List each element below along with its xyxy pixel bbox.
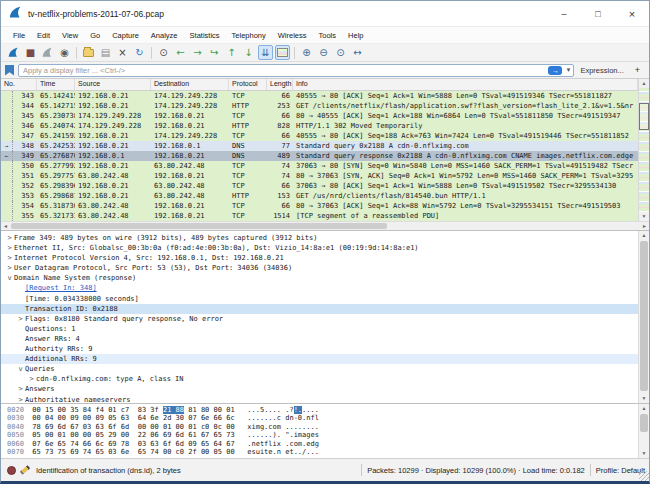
restart-capture-icon[interactable] [40,45,55,60]
packet-row-352[interactable]: 352 65.298396 192.168.0.21 63.80.242.48 … [1,181,638,191]
packet-row-353[interactable]: 353 65.298687 192.168.0.21 63.80.242.48 … [1,191,638,201]
detail-row[interactable]: >cdn-0.nflximg.com: type A, class IN [1,374,638,384]
column-header-protocol[interactable]: Protocol [229,79,267,90]
expander-icon[interactable]: > [27,374,36,384]
column-header-destination[interactable]: Destination [151,79,229,90]
hex-row[interactable]: 0070 65 73 75 69 74 65 03 6e 65 74 00 c0… [7,448,638,456]
expression-button[interactable]: Expression... [578,66,625,75]
scrollbar-thumb[interactable] [640,241,648,391]
detail-row[interactable]: Answer RRs: 4 [1,334,638,344]
packet-row-347[interactable]: 347 65.241592 192.168.0.21 174.129.249.2… [1,131,638,141]
expander-icon[interactable]: > [5,233,14,243]
menu-item-wireless[interactable]: Wireless [272,29,313,42]
hscrollbar-thumb[interactable] [11,223,387,229]
go-to-bottom-icon[interactable]: ↓ [241,45,256,60]
close-file-icon[interactable]: × [115,45,130,60]
detail-row[interactable]: [Time: 0.034338000 seconds] [1,294,638,304]
hex-row[interactable]: 0020 00 15 00 35 84 f4 01 c7 83 3f 21 88… [7,406,638,414]
scroll-up-icon[interactable]: ▲ [639,231,649,240]
detail-row[interactable]: Questions: 1 [1,324,638,334]
reload-file-icon[interactable]: ↻ [132,45,147,60]
scroll-right-icon[interactable]: ► [640,222,649,230]
hex-row[interactable]: 0050 05 00 01 00 00 05 29 00 22 06 69 6d… [7,431,638,439]
details-scrollbar[interactable]: ▲ ▼ [638,231,649,403]
scroll-up-icon[interactable]: ▲ [639,79,649,88]
packet-row-354[interactable]: 354 65.318730 63.80.242.48 192.168.0.21 … [1,201,638,211]
packet-row-343[interactable]: 343 65.142415 192.168.0.21 174.129.249.2… [1,91,638,101]
menu-item-help[interactable]: Help [342,29,369,42]
bytes-scrollbar[interactable]: ▲ ▼ [638,404,649,458]
scroll-up-icon[interactable]: ▲ [639,404,649,413]
menu-item-tools[interactable]: Tools [313,29,343,42]
profile-text[interactable]: Profile: Default [596,466,645,475]
expander-icon[interactable]: v [5,273,14,283]
menu-item-telephony[interactable]: Telephony [226,29,272,42]
packet-row-348[interactable]: → 348 65.242532 192.168.0.21 192.168.0.1… [1,141,638,151]
detail-row[interactable]: >Ethernet II, Src: Globalsc_00:3b:0a (f0… [1,243,638,253]
zoom-original-icon[interactable]: ⊙ [333,45,348,60]
display-filter-input[interactable] [23,65,545,76]
auto-scroll-icon[interactable]: ⇊ [258,45,273,60]
zoom-in-icon[interactable]: ⊕ [299,45,314,60]
maximize-icon[interactable]: □ [581,1,615,27]
expert-info-icon[interactable] [7,466,16,475]
packet-row-346[interactable]: 346 65.240742 174.129.249.228 192.168.0.… [1,121,638,131]
expander-icon[interactable]: v [16,364,25,374]
hex-row[interactable]: 0040 78 69 6d 67 03 63 6f 6d 00 00 01 00… [7,423,638,431]
capture-options-icon[interactable]: ◉ [57,45,72,60]
menu-item-capture[interactable]: Capture [106,29,145,42]
filter-bookmark-icon[interactable] [5,65,14,76]
expander-icon[interactable]: > [16,384,25,394]
capture-comment-icon[interactable] [20,465,30,474]
go-to-top-icon[interactable]: ↑ [224,45,239,60]
expander-icon[interactable]: > [5,243,14,253]
menu-item-edit[interactable]: Edit [31,29,56,42]
packet-row-355[interactable]: 355 65.321733 63.80.242.48 192.168.0.21 … [1,211,638,221]
menu-item-statistics[interactable]: Statistics [184,29,226,42]
scroll-down-icon[interactable]: ▼ [639,394,649,403]
packet-list-scrollbar[interactable]: ▲ ▼ [638,79,649,221]
go-to-packet-icon[interactable]: ↪ [207,45,222,60]
packet-row-349[interactable]: ← 349 65.276870 192.168.0.1 192.168.0.21… [1,151,638,161]
detail-row[interactable]: [Request In: 348] [1,283,638,293]
go-forward-icon[interactable]: → [190,45,205,60]
column-header-info[interactable]: Info [293,79,638,90]
column-header-time[interactable]: Time [37,79,75,90]
find-packet-icon[interactable]: ⊙ [156,45,171,60]
scroll-left-icon[interactable]: ◄ [1,222,10,230]
stop-capture-icon[interactable]: ■ [23,45,38,60]
close-icon[interactable]: × [615,1,649,27]
menu-item-analyze[interactable]: Analyze [145,29,184,42]
packet-row-351[interactable]: 351 65.297757 63.80.242.48 192.168.0.21 … [1,171,638,181]
packet-row-344[interactable]: 344 65.142715 192.168.0.21 174.129.249.2… [1,101,638,111]
packet-row-345[interactable]: 345 65.230738 174.129.249.228 192.168.0.… [1,111,638,121]
detail-row[interactable]: >Answers [1,384,638,394]
start-capture-icon[interactable] [6,45,21,60]
detail-row[interactable]: Transaction ID: 0x2188 [1,304,638,314]
filter-dropdown-icon[interactable]: ▼ [565,67,571,73]
scrollbar-thumb[interactable] [640,414,648,432]
colorize-icon[interactable] [275,45,290,60]
detail-row[interactable]: >Internet Protocol Version 4, Src: 192.1… [1,253,638,263]
detail-row[interactable]: >Frame 349: 489 bytes on wire (3912 bits… [1,233,638,243]
expander-icon[interactable]: > [5,263,14,273]
expander-icon[interactable]: > [5,253,14,263]
column-header-source[interactable]: Source [75,79,151,90]
menu-item-view[interactable]: View [56,29,84,42]
detail-row[interactable]: vDomain Name System (response) [1,273,638,283]
scrollbar-thumb[interactable] [639,103,649,130]
open-file-icon[interactable] [81,45,96,60]
detail-row[interactable]: Authority RRs: 9 [1,344,638,354]
apply-filter-icon[interactable]: → [548,66,562,75]
scroll-down-icon[interactable]: ▼ [639,212,649,221]
expander-icon[interactable]: > [16,314,25,324]
scroll-down-icon[interactable]: ▼ [639,449,649,458]
go-back-icon[interactable]: ← [173,45,188,60]
detail-row[interactable]: vQueries [1,364,638,374]
column-header-length[interactable]: Length [267,79,293,90]
detail-row[interactable]: >Flags: 0x8180 Standard query response, … [1,314,638,324]
detail-row[interactable]: >User Datagram Protocol, Src Port: 53 (5… [1,263,638,273]
menu-item-go[interactable]: Go [84,29,106,42]
expander-icon[interactable]: > [16,395,25,405]
resize-grip[interactable] [639,471,649,481]
